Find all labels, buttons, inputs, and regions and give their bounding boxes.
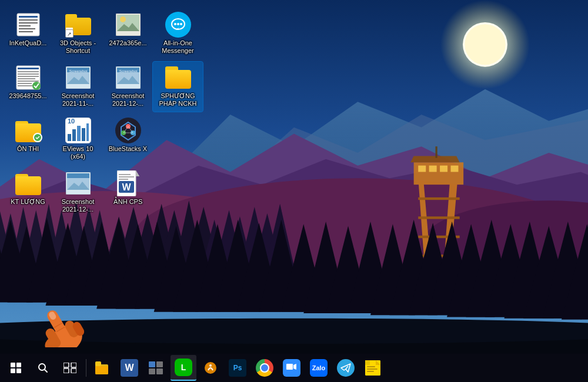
svg-rect-175 [367,368,377,370]
icon-label-3dobjects: 3D Objects - Shortcut [55,39,101,55]
svg-rect-118 [68,134,71,141]
svg-rect-176 [367,371,374,372]
icon-img-anhcps: W [115,170,141,196]
svg-rect-99 [18,71,39,72]
rdp-icon [149,361,164,374]
svg-rect-43 [440,166,447,172]
icon-label-onthi: ÔN THI [17,145,39,153]
icon-img-239 [15,65,41,91]
svg-rect-161 [95,361,101,366]
icon-label-anhcps: ẢNH CPS [113,198,143,206]
icon-label-inketquad: InKetQuaD... [9,39,47,47]
svg-rect-174 [367,366,375,367]
icon-img-sphuong [165,65,191,91]
icon-label-2472: 2472a365e... [109,39,146,47]
svg-rect-158 [71,368,76,373]
line-button[interactable]: L [171,355,196,381]
taskview-icon [64,363,76,373]
rdp-button[interactable] [143,355,169,381]
zoom-button[interactable] [279,355,305,381]
icon-screenshot-nov[interactable]: Screenshot Screenshot 2021-11-... [53,62,103,112]
svg-rect-163 [156,361,163,367]
svg-rect-142 [119,176,134,177]
svg-point-167 [209,364,212,367]
svg-rect-165 [156,368,163,374]
svg-text:Screenshot: Screenshot [69,69,87,73]
file-explorer-button[interactable] [89,355,115,381]
icon-label-sphuong: SPHƯƠNG PHÁP NCKH [155,92,201,108]
hand-cursor-pointer [24,289,94,350]
icon-label-screenshot-dec: Screenshot 2021-12-... [105,92,151,108]
svg-rect-83 [19,19,38,21]
icon-onthi[interactable]: ÔN THI [3,115,53,165]
icon-eviews[interactable]: 10 EViews 10 (x64) [53,115,103,165]
icon-label-messenger: All-in-One Messenger [155,39,201,55]
icon-label-eviews: EViews 10 (x64) [55,145,101,160]
svg-rect-160 [95,366,108,374]
icon-label-screenshot-nov: Screenshot 2021-11-... [55,92,101,108]
svg-rect-36 [418,197,459,200]
svg-rect-46 [436,146,437,158]
svg-text:10: 10 [68,118,75,125]
svg-point-93 [174,23,176,25]
paint-icon [203,361,218,375]
svg-point-95 [180,23,182,25]
icon-label-screenshot-dec2: Screenshot 2021-12-... [55,198,101,213]
icon-label-239: 239648755... [9,92,46,100]
task-view-button[interactable] [57,355,83,381]
icon-anhcps[interactable]: W ẢNH CPS [103,167,153,217]
svg-text:Screenshot: Screenshot [119,69,137,73]
svg-line-154 [45,370,48,373]
zalo-button[interactable]: Zalo [306,355,332,381]
svg-rect-85 [19,25,31,26]
icon-img-3dobjects: ↗ [65,12,91,38]
svg-rect-87 [19,31,33,32]
icon-bluestacks[interactable]: BlueStacks X [103,115,153,165]
svg-rect-104 [18,83,32,84]
icon-3dobjects[interactable]: ↗ 3D Objects - Shortcut [53,9,103,59]
icon-messenger[interactable]: All-in-One Messenger [153,9,203,59]
word-button[interactable]: W [116,355,142,381]
zalo-icon: Zalo [310,359,328,377]
svg-rect-86 [19,28,35,29]
icon-img-screenshot-nov: Screenshot [65,65,91,91]
svg-rect-168 [286,364,293,370]
icon-inketquad[interactable]: InKetQuaD... [3,9,53,59]
icon-img-screenshot-dec: Screenshot [115,65,141,91]
svg-rect-42 [429,166,437,172]
sticky-notes-icon [365,360,380,376]
svg-rect-101 [18,76,39,77]
photoshop-button[interactable]: Ps [225,355,250,381]
svg-marker-170 [341,364,350,372]
icon-screenshot-dec[interactable]: Screenshot Screenshot 2021-12-... [103,62,153,112]
svg-rect-121 [82,128,85,141]
icon-img-eviews: 10 [65,118,91,143]
icon-img-messenger [165,12,191,38]
svg-rect-157 [64,368,69,373]
icon-screenshot-dec2[interactable]: Screenshot 2021-12-... [53,167,103,217]
word-icon: W [121,359,138,377]
icon-sphuong[interactable]: SPHƯƠNG PHÁP NCKH [153,62,203,112]
svg-point-94 [177,23,179,25]
photoshop-icon: Ps [229,359,246,377]
icon-2472[interactable]: 2472a365e... [103,9,153,59]
start-button[interactable] [3,355,29,381]
icon-ktluong[interactable]: KT LƯỢNG [3,167,53,217]
svg-rect-155 [64,363,69,367]
svg-text:W: W [122,182,131,192]
svg-rect-141 [119,174,131,175]
icon-img-2472 [115,12,141,38]
svg-rect-103 [18,81,39,82]
svg-rect-37 [418,216,459,219]
paint-button[interactable] [198,355,223,381]
sticky-notes-button[interactable] [360,355,386,381]
search-button[interactable] [30,355,56,381]
windows-logo-icon [11,363,21,373]
telegram-button[interactable] [333,355,359,381]
chrome-icon [256,359,273,377]
icon-239[interactable]: 239648755... [3,62,53,112]
svg-marker-138 [136,170,139,176]
svg-rect-82 [19,16,38,18]
svg-rect-134 [67,173,89,178]
chrome-button[interactable] [252,355,278,381]
